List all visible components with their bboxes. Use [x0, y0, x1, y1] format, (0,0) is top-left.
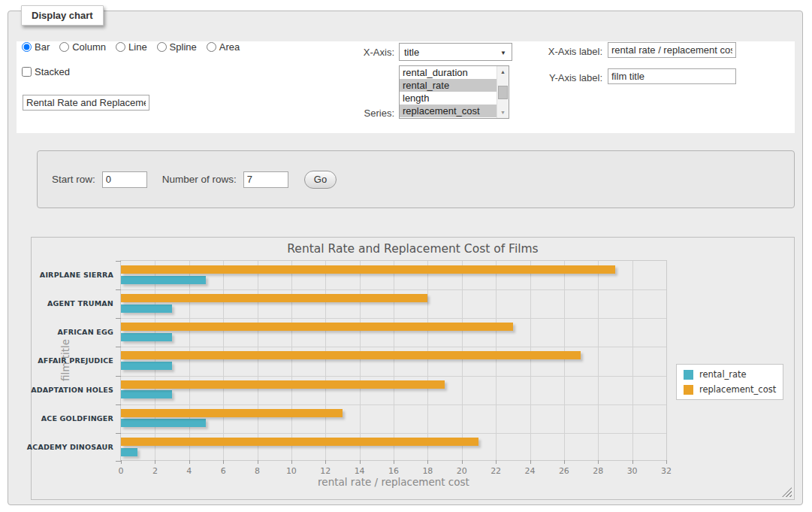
x-tick-label: 6: [221, 466, 226, 476]
x-tick-mark: [598, 460, 599, 464]
chart-type-option-area[interactable]: Area: [207, 41, 240, 53]
category-label: ADAPTATION HOLES: [16, 386, 113, 395]
bar-rental_rate[interactable]: [121, 276, 206, 284]
start-row-input[interactable]: [102, 171, 147, 188]
bar-replacement_cost[interactable]: [121, 409, 343, 417]
stacked-label: Stacked: [35, 66, 70, 77]
x-tick-label: 32: [661, 466, 672, 476]
bar-rental_rate[interactable]: [121, 448, 137, 456]
x-tick-label: 24: [525, 466, 536, 476]
y-axis-label-input[interactable]: [608, 68, 736, 84]
category-label: AIRPLANE SIERRA: [16, 271, 113, 280]
dropdown-arrow-icon: ▼: [500, 50, 506, 56]
chart-type-radios: BarColumnLineSplineArea: [22, 41, 240, 53]
series-option-length[interactable]: length: [400, 92, 497, 105]
scrollbar-thumb[interactable]: [498, 86, 508, 99]
chart-type-option-line[interactable]: Line: [116, 41, 147, 53]
x-tick-mark: [325, 460, 326, 464]
chart-type-radio-area[interactable]: [207, 42, 216, 52]
bar-rental_rate[interactable]: [121, 304, 172, 313]
panel-title: Display chart: [21, 5, 104, 26]
go-button[interactable]: Go: [304, 171, 337, 189]
x-tick-label: 26: [559, 466, 569, 476]
chart-panel: Rental Rate and Replacement Cost of Film…: [31, 237, 795, 500]
horizontal-gridline: [121, 433, 666, 434]
x-tick-mark: [496, 460, 497, 464]
x-tick-mark: [427, 460, 428, 464]
bar-replacement_cost[interactable]: [121, 294, 427, 302]
x-tick-label: 14: [355, 466, 365, 476]
y-tick-mark: [116, 318, 121, 319]
chart-title-input[interactable]: [23, 95, 149, 111]
x-tick-label: 16: [388, 466, 399, 476]
vertical-gridline: [496, 261, 497, 460]
x-tick-mark: [462, 460, 463, 464]
vertical-gridline: [325, 261, 326, 460]
vertical-gridline: [427, 261, 428, 460]
x-axis-selected-value: title: [404, 47, 419, 58]
x-tick-mark: [189, 460, 190, 464]
category-label: ACE GOLDFINGER: [16, 414, 113, 423]
x-axis-select[interactable]: title ▼: [399, 43, 512, 61]
category-label: AFFAIR PREJUDICE: [16, 356, 113, 365]
series-option-replacement_cost[interactable]: replacement_cost: [400, 105, 497, 117]
resize-grip-icon[interactable]: [782, 487, 792, 497]
bar-rental_rate[interactable]: [121, 419, 206, 427]
category-label: ACADEMY DINOSAUR: [16, 443, 113, 452]
series-option-rental_rate[interactable]: rental_rate: [400, 79, 497, 92]
x-tick-label: 0: [119, 466, 124, 476]
chart-type-option-spline[interactable]: Spline: [157, 41, 197, 53]
series-scrollbar[interactable]: ▲ ▼: [497, 66, 509, 118]
series-options: rental_durationrental_ratelengthreplacem…: [400, 66, 497, 118]
vertical-gridline: [360, 261, 361, 460]
y-axis-label-caption: Y-Axis label:: [538, 72, 602, 83]
bar-rental_rate[interactable]: [121, 390, 172, 398]
x-tick-mark: [155, 460, 155, 464]
x-tick-label: 10: [286, 466, 297, 476]
number-of-rows-label: Number of rows:: [162, 174, 237, 185]
chart-type-text: Spline: [170, 41, 197, 53]
x-tick-label: 28: [593, 466, 603, 476]
x-tick-label: 18: [422, 466, 433, 476]
x-axis-label-input[interactable]: [608, 42, 736, 58]
chart-type-option-column[interactable]: Column: [59, 41, 106, 53]
chart-type-radio-column[interactable]: [59, 42, 69, 52]
series-listbox[interactable]: rental_durationrental_ratelengthreplacem…: [399, 65, 509, 119]
scroll-up-icon[interactable]: ▲: [497, 66, 509, 77]
chart-type-radio-bar[interactable]: [22, 42, 32, 52]
bar-replacement_cost[interactable]: [121, 380, 445, 389]
x-tick-mark: [360, 460, 361, 464]
horizontal-gridline: [121, 376, 666, 377]
y-tick-mark: [116, 461, 121, 462]
bar-replacement_cost[interactable]: [121, 351, 581, 359]
bar-rental_rate[interactable]: [121, 362, 172, 370]
x-tick-mark: [564, 460, 565, 464]
chart-type-option-bar[interactable]: Bar: [22, 41, 50, 53]
x-tick-mark: [258, 460, 258, 464]
stacked-checkbox[interactable]: [22, 67, 32, 77]
x-tick-mark: [223, 460, 224, 464]
vertical-gridline: [632, 261, 633, 460]
x-tick-mark: [394, 460, 394, 464]
horizontal-gridline: [121, 404, 666, 405]
series-option-rental_duration[interactable]: rental_duration: [400, 66, 497, 79]
chart-type-radio-line[interactable]: [116, 42, 125, 52]
horizontal-gridline: [121, 318, 666, 319]
stacked-option[interactable]: Stacked: [22, 66, 70, 77]
bar-replacement_cost[interactable]: [121, 265, 615, 274]
chart-type-radio-spline[interactable]: [157, 42, 167, 52]
number-of-rows-input[interactable]: [243, 171, 288, 188]
vertical-gridline: [189, 261, 190, 460]
x-tick-label: 12: [320, 466, 331, 476]
vertical-gridline: [258, 261, 258, 460]
bar-replacement_cost[interactable]: [121, 438, 478, 446]
bar-rental_rate[interactable]: [121, 333, 172, 341]
legend-entry-replacement_cost: replacement_cost: [684, 384, 776, 395]
scroll-down-icon[interactable]: ▼: [497, 107, 509, 118]
bar-replacement_cost[interactable]: [121, 323, 513, 331]
vertical-gridline: [394, 261, 394, 460]
horizontal-gridline: [121, 347, 666, 347]
stacked-row: Stacked: [22, 66, 70, 77]
y-tick-mark: [116, 347, 121, 347]
vertical-gridline: [155, 261, 155, 460]
